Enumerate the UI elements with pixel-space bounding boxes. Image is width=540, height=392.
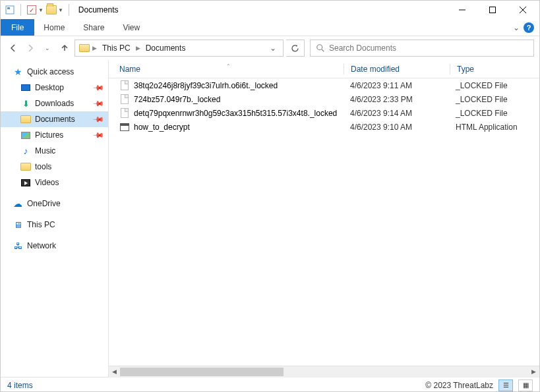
file-row[interactable]: 38tq2o246j8r8jyf39c3i7ulrh.o6i6t._locked…	[109, 78, 539, 92]
horizontal-scrollbar[interactable]: ◀ ▶	[109, 366, 539, 377]
download-icon: ⬇	[20, 98, 31, 109]
file-row[interactable]: 724bz57.049r7b._locked 4/6/2023 2:33 PM …	[109, 92, 539, 106]
file-tab[interactable]: File	[1, 19, 34, 36]
hta-icon	[119, 122, 130, 132]
sidebar-item-documents[interactable]: Documents 📌	[1, 111, 108, 127]
nav-bar: ⌄ ▶ This PC ▶ Documents ⌄	[1, 36, 539, 60]
file-icon	[119, 94, 130, 105]
crumb-documents[interactable]: Documents	[143, 42, 189, 54]
close-button[interactable]	[508, 1, 538, 19]
picture-icon	[20, 130, 31, 140]
file-date: 4/6/2023 2:33 PM	[344, 95, 449, 104]
sidebar-label: This PC	[27, 220, 55, 229]
search-icon	[316, 43, 325, 53]
maximize-button[interactable]	[477, 1, 508, 19]
search-input[interactable]	[329, 43, 528, 53]
up-button[interactable]	[57, 41, 72, 55]
view-details-button[interactable]: ☰	[498, 379, 513, 391]
file-date: 4/6/2023 9:10 AM	[344, 123, 449, 132]
qat-separator	[20, 4, 21, 16]
sidebar-item-pictures[interactable]: Pictures 📌	[1, 127, 108, 143]
sidebar-label: Documents	[35, 115, 75, 124]
qat-customize-icon[interactable]: ▼	[58, 7, 63, 13]
ribbon: File Home Share View ⌄ ?	[1, 19, 539, 36]
pin-icon: 📌	[92, 113, 104, 125]
search-box[interactable]	[310, 40, 534, 57]
address-bar[interactable]: ▶ This PC ▶ Documents ⌄	[75, 40, 284, 57]
sidebar-item-downloads[interactable]: ⬇ Downloads 📌	[1, 96, 108, 111]
title-bar: ✓ ▼ ▼ Documents	[1, 1, 539, 19]
help-icon[interactable]: ?	[524, 22, 534, 33]
location-folder-icon	[79, 43, 90, 53]
file-type: HTML Application	[449, 123, 539, 132]
video-icon	[20, 177, 31, 188]
crumb-sep-icon[interactable]: ▶	[92, 45, 97, 51]
svg-point-6	[317, 45, 322, 50]
ribbon-expand-icon[interactable]: ⌄	[513, 23, 520, 32]
sidebar-quick-access[interactable]: ★ Quick access	[1, 64, 108, 80]
tab-home[interactable]: Home	[34, 19, 74, 36]
refresh-button[interactable]	[286, 40, 305, 57]
file-date: 4/6/2023 9:11 AM	[344, 81, 449, 90]
sidebar-label: OneDrive	[27, 199, 61, 208]
file-date: 4/6/2023 9:14 AM	[344, 109, 449, 118]
file-row[interactable]: how_to_decrypt 4/6/2023 9:10 AM HTML App…	[109, 120, 539, 134]
scroll-thumb[interactable]	[120, 368, 284, 376]
item-count: 4 items	[7, 381, 33, 390]
file-type: _LOCKED File	[449, 109, 539, 118]
onedrive-icon: ☁	[13, 198, 23, 209]
recent-locations-button[interactable]: ⌄	[40, 41, 55, 55]
file-list[interactable]: 38tq2o246j8r8jyf39c3i7ulrh.o6i6t._locked…	[109, 78, 539, 366]
pin-icon: 📌	[92, 128, 104, 141]
file-icon	[119, 108, 130, 119]
back-button[interactable]	[6, 41, 20, 55]
file-name: how_to_decrypt	[134, 123, 190, 132]
file-type: _LOCKED File	[449, 95, 539, 104]
desktop-icon	[20, 82, 31, 93]
tab-share[interactable]: Share	[74, 19, 113, 36]
svg-line-7	[322, 49, 324, 52]
content-pane: Name ⌃ Date modified Type 38tq2o246j8r8j…	[109, 60, 539, 377]
window-title: Documents	[78, 5, 119, 14]
sidebar-label: Music	[35, 146, 55, 155]
column-type[interactable]: Type	[450, 65, 539, 74]
crumb-this-pc[interactable]: This PC	[100, 42, 133, 54]
star-icon: ★	[13, 67, 23, 77]
svg-rect-1	[7, 7, 10, 9]
folder-icon	[20, 161, 31, 172]
sidebar-item-tools[interactable]: tools	[1, 159, 108, 175]
qat-properties-icon[interactable]: ✓	[26, 5, 37, 15]
folder-icon	[20, 114, 31, 125]
qat-separator-2	[69, 4, 69, 16]
sidebar-label: Network	[27, 241, 56, 250]
navigation-pane: ★ Quick access Desktop 📌 ⬇ Downloads 📌 D…	[1, 60, 109, 377]
pin-icon: 📌	[92, 81, 104, 94]
file-name: 724bz57.049r7b._locked	[134, 95, 220, 104]
watermark: © 2023 ThreatLabz	[425, 381, 493, 390]
minimize-button[interactable]	[447, 1, 477, 19]
address-dropdown-icon[interactable]: ⌄	[267, 43, 279, 53]
tab-view[interactable]: View	[113, 19, 149, 36]
sidebar-this-pc[interactable]: 🖥 This PC	[1, 217, 108, 233]
scroll-right-icon[interactable]: ▶	[528, 366, 539, 378]
scroll-track[interactable]	[120, 366, 528, 378]
sidebar-onedrive[interactable]: ☁ OneDrive	[1, 196, 108, 211]
app-icon	[5, 5, 15, 15]
sidebar-label: Downloads	[35, 99, 74, 108]
sidebar-item-music[interactable]: ♪ Music	[1, 143, 108, 159]
sidebar-network[interactable]: 🖧 Network	[1, 238, 108, 254]
crumb-sep-icon[interactable]: ▶	[136, 45, 140, 51]
sidebar-item-videos[interactable]: Videos	[1, 175, 108, 190]
view-large-button[interactable]: ▦	[518, 379, 533, 391]
forward-button[interactable]	[23, 41, 38, 55]
column-name[interactable]: Name ⌃	[109, 65, 344, 74]
column-headers: Name ⌃ Date modified Type	[109, 60, 539, 78]
sidebar-item-desktop[interactable]: Desktop 📌	[1, 80, 108, 96]
sidebar-label: tools	[35, 162, 51, 171]
column-date[interactable]: Date modified	[344, 65, 450, 74]
sidebar-label: Videos	[35, 178, 59, 187]
qat-dropdown-icon[interactable]: ▼	[38, 7, 44, 13]
sidebar-label: Desktop	[35, 83, 64, 92]
file-row[interactable]: detq79pqxenrnwr3h0g59c3ax315h5t315.57i3x…	[109, 106, 539, 120]
scroll-left-icon[interactable]: ◀	[109, 366, 120, 378]
